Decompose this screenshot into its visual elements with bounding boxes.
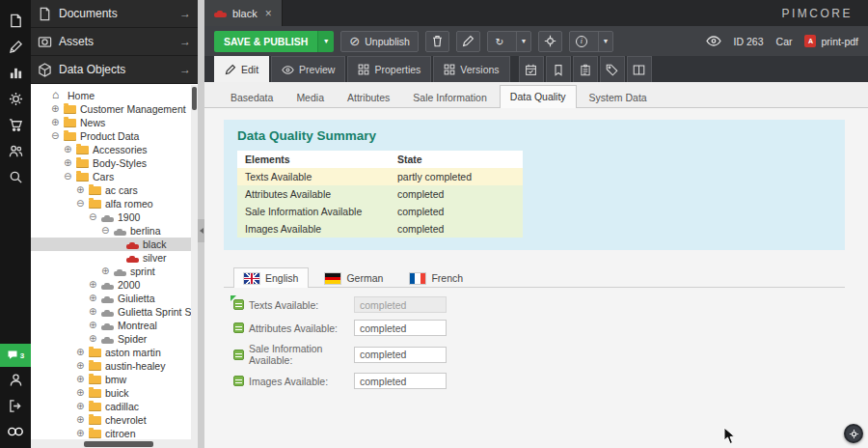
data-tab[interactable]: Data Quality: [500, 85, 577, 108]
save-options-caret-icon[interactable]: ▼: [317, 31, 334, 52]
close-tab-icon[interactable]: ×: [265, 7, 272, 20]
tree-expander-icon[interactable]: [89, 294, 100, 303]
tab-edit[interactable]: Edit: [214, 56, 269, 82]
field-input[interactable]: [354, 296, 447, 313]
field-input[interactable]: [354, 320, 447, 336]
customers-icon[interactable]: [0, 138, 31, 164]
preview-eye-icon[interactable]: [706, 36, 721, 46]
sidebar-section-documents[interactable]: Documents →: [31, 0, 198, 28]
bookmark-button[interactable]: [546, 56, 571, 82]
tree-expander-icon[interactable]: [89, 334, 100, 344]
help-widget-button[interactable]: [844, 424, 863, 443]
tree-node[interactable]: News: [31, 116, 191, 129]
data-tab[interactable]: Attributes: [337, 86, 400, 108]
tree-expander-icon[interactable]: [76, 348, 88, 357]
tree-node[interactable]: austin-healey: [31, 359, 191, 373]
tab-preview[interactable]: Preview: [271, 56, 345, 82]
tree-node[interactable]: Accessories: [31, 143, 191, 156]
tools-icon[interactable]: [0, 34, 31, 60]
panel-splitter[interactable]: [198, 0, 204, 448]
tree-vertical-scrollbar[interactable]: [191, 85, 198, 439]
tree-node[interactable]: sprint: [31, 265, 191, 278]
reports-icon[interactable]: [0, 60, 31, 86]
section-open-arrow-icon[interactable]: →: [179, 63, 191, 76]
tree-node[interactable]: Product Data: [31, 129, 191, 143]
tree-node[interactable]: berlina: [31, 224, 191, 238]
tree-expander-icon[interactable]: [64, 172, 75, 182]
section-open-arrow-icon[interactable]: →: [179, 35, 191, 48]
tags-button[interactable]: [600, 56, 625, 82]
tree-node[interactable]: Home: [31, 89, 191, 102]
layout-columns-button[interactable]: [627, 56, 652, 82]
field-input[interactable]: [354, 347, 447, 363]
tree-expander-icon[interactable]: [76, 185, 88, 195]
tab-versions[interactable]: Versions: [433, 56, 509, 82]
tree-expander-icon[interactable]: [76, 199, 88, 209]
document-tab-black[interactable]: black ×: [204, 0, 283, 26]
info-button[interactable]: i ▼: [569, 31, 613, 52]
tab-properties[interactable]: Properties: [347, 56, 431, 82]
tree-node[interactable]: Body-Styles: [31, 156, 191, 170]
tree-node[interactable]: Cars: [31, 170, 191, 183]
tree-expander-icon[interactable]: [89, 321, 100, 330]
tree-expander-icon[interactable]: [51, 118, 63, 127]
tree-expander-icon[interactable]: [76, 361, 88, 371]
tree-node[interactable]: bmw: [31, 373, 191, 386]
chat-notification-button[interactable]: 3: [0, 344, 31, 367]
sidebar-section-assets[interactable]: Assets →: [31, 28, 198, 56]
tree-node[interactable]: 2000: [31, 278, 191, 292]
field-input[interactable]: [354, 373, 447, 389]
data-tab[interactable]: Sale Information: [402, 86, 497, 108]
info-options-caret-icon[interactable]: ▼: [598, 32, 612, 51]
sidebar-section-data-objects[interactable]: Data Objects →: [31, 56, 198, 84]
scrollbar-thumb[interactable]: [84, 441, 153, 447]
save-button-label[interactable]: SAVE & PUBLISH: [214, 31, 317, 52]
tree-expander-icon[interactable]: [64, 145, 75, 154]
tree-expander-icon[interactable]: [89, 212, 100, 222]
language-tab-french[interactable]: French: [399, 267, 474, 288]
tree-expander-icon[interactable]: [64, 158, 75, 168]
tree-horizontal-scrollbar[interactable]: [31, 439, 198, 448]
tree-node[interactable]: Gulietta Sprint Specia...: [31, 305, 191, 319]
logout-icon[interactable]: [0, 393, 31, 419]
tree-node[interactable]: Customer Management: [31, 102, 191, 116]
tree-expander-icon[interactable]: [76, 429, 88, 438]
section-open-arrow-icon[interactable]: →: [179, 7, 191, 20]
data-tab[interactable]: Basedata: [220, 86, 284, 108]
tree-expander-icon[interactable]: [76, 415, 88, 425]
tree-node[interactable]: Montreal: [31, 319, 191, 332]
scrollbar-thumb[interactable]: [192, 87, 197, 110]
locate-in-tree-button[interactable]: [538, 31, 562, 52]
tree-node[interactable]: ac cars: [31, 183, 191, 197]
pimcore-logo[interactable]: [0, 419, 31, 444]
tree-node[interactable]: 1900: [31, 210, 191, 224]
language-tab-german[interactable]: German: [314, 267, 393, 288]
tree-node[interactable]: chevrolet: [31, 413, 191, 427]
tree-expander-icon[interactable]: [89, 280, 100, 290]
tree-node[interactable]: aston martin: [31, 346, 191, 359]
search-icon[interactable]: [0, 164, 31, 190]
user-profile-icon[interactable]: [0, 367, 31, 393]
tree-node[interactable]: Spider: [31, 332, 191, 346]
documents-icon[interactable]: [0, 8, 31, 34]
tree-node[interactable]: Giulietta: [31, 292, 191, 305]
tree-expander-icon[interactable]: [76, 402, 88, 411]
tree-node[interactable]: cadillac: [31, 400, 191, 413]
reload-icon[interactable]: ↻: [488, 32, 511, 51]
reload-button[interactable]: ↻ ▼: [487, 31, 531, 52]
reload-options-caret-icon[interactable]: ▼: [516, 32, 530, 51]
collapse-sidebar-button[interactable]: [198, 219, 204, 242]
tree-node[interactable]: alfa romeo: [31, 197, 191, 210]
data-tab[interactable]: Media: [285, 86, 335, 108]
tree-expander-icon[interactable]: [76, 375, 88, 384]
tree-expander-icon[interactable]: [51, 131, 63, 141]
tree-expander-icon[interactable]: [89, 307, 100, 317]
tree-expander-icon[interactable]: [101, 226, 113, 236]
settings-gear-icon[interactable]: [0, 86, 31, 112]
save-and-publish-button[interactable]: SAVE & PUBLISH ▼: [214, 31, 334, 52]
ecommerce-cart-icon[interactable]: [0, 112, 31, 138]
delete-button[interactable]: [425, 31, 449, 52]
tree-expander-icon[interactable]: [51, 104, 63, 114]
rename-button[interactable]: [456, 31, 480, 52]
tree-expander-icon[interactable]: [76, 388, 88, 398]
